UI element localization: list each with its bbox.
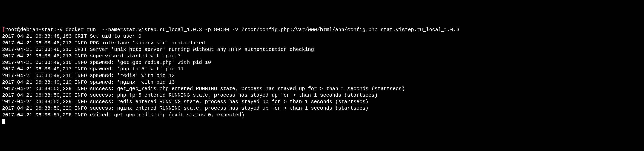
log-line: 2017-04-21 06:38:48,213 INFO RPC interfa… xyxy=(2,40,205,46)
log-line: 2017-04-21 06:38:49,218 INFO spawned: 'r… xyxy=(2,73,175,79)
log-line: 2017-04-21 06:38:49,217 INFO spawned: 'p… xyxy=(2,66,184,72)
prompt-bracket: [ xyxy=(2,27,5,33)
log-line: 2017-04-21 06:38:51,296 INFO exited: get… xyxy=(2,112,244,118)
prompt-user-host: root@debian-stat:~# xyxy=(5,27,63,33)
log-line: 2017-04-21 06:38:50,229 INFO success: ng… xyxy=(2,105,368,111)
log-line: 2017-04-21 06:38:50,229 INFO success: ph… xyxy=(2,92,378,98)
log-line: 2017-04-21 06:38:50,229 INFO success: re… xyxy=(2,99,368,105)
log-line: 2017-04-21 06:38:48,213 CRIT Server 'uni… xyxy=(2,47,314,52)
terminal-output: [root@debian-stat:~# docker run --name=s… xyxy=(2,27,642,125)
log-line: 2017-04-21 06:38:48,213 INFO supervisord… xyxy=(2,53,181,59)
log-line: 2017-04-21 06:38:49,216 INFO spawned: 'g… xyxy=(2,60,211,65)
log-line: 2017-04-21 06:38:50,229 INFO success: ge… xyxy=(2,86,405,92)
log-line: 2017-04-21 06:38:49,219 INFO spawned: 'n… xyxy=(2,79,175,85)
cursor-icon xyxy=(2,119,5,124)
command-text: docker run --name=stat.vistep.ru_local_1… xyxy=(63,27,459,33)
log-line: 2017-04-21 06:38:48,183 CRIT Set uid to … xyxy=(2,33,141,39)
